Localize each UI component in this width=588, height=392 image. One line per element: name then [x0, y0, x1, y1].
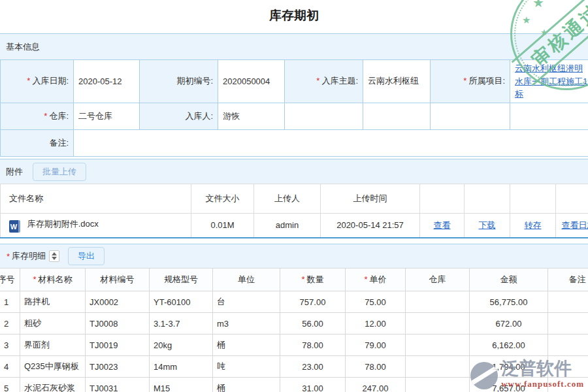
- cell-warehouse: [406, 378, 470, 392]
- cell-warehouse: [406, 356, 470, 378]
- cell-unit: 吨: [213, 356, 280, 378]
- file-name: 库存期初附件.docx: [27, 219, 99, 229]
- sort-up-icon: [52, 252, 57, 255]
- detail-section-header: * 库存明细 导出: [0, 244, 588, 268]
- vendor-watermark: 泛普软件 www.fanpusoft.com: [470, 359, 584, 389]
- field-value-inbound-person: 游恢: [218, 103, 285, 129]
- col-header-spec-model: 规格型号: [150, 269, 213, 291]
- form-row: *入库日期: 2020-05-12 期初编号: 2020050004 *入库主题…: [1, 60, 588, 103]
- basic-info-form: *入库日期: 2020-05-12 期初编号: 2020050004 *入库主题…: [0, 59, 588, 157]
- cell-unit: 台: [213, 291, 280, 313]
- sort-toggle-icon[interactable]: [49, 250, 59, 262]
- watermark-url: www.fanpusoft.com: [501, 379, 584, 389]
- transfer-link[interactable]: 转存: [525, 220, 542, 230]
- cell-index: 4: [0, 356, 20, 378]
- cell-remark: [548, 291, 588, 313]
- cell-material-name: 粗砂: [20, 313, 86, 335]
- form-row: *仓库: 二号仓库 入库人: 游恢: [1, 103, 588, 129]
- export-button[interactable]: 导出: [68, 247, 105, 265]
- attachment-section-title: 附件: [6, 166, 23, 178]
- view-link[interactable]: 查看: [434, 220, 451, 230]
- file-uploader: admin: [254, 214, 321, 238]
- cell-quantity: 757.00: [280, 291, 346, 313]
- col-header-unit: 单位: [213, 269, 280, 291]
- cell-quantity: 78.00: [280, 335, 346, 356]
- cell-remark: [548, 335, 588, 356]
- file-name-cell: W 库存期初附件.docx: [1, 214, 191, 238]
- cell-amount: 6,162.00: [470, 335, 548, 356]
- col-header-upload-time: 上传时间: [321, 184, 420, 214]
- cell-unit-price: 78.00: [346, 356, 406, 378]
- required-mark: *: [33, 274, 36, 284]
- project-link[interactable]: 云南水利枢纽潜明水库一期工程施工1标: [515, 63, 587, 99]
- file-upload-time: 2020-05-14 21:57: [321, 214, 420, 238]
- required-mark: *: [316, 76, 319, 86]
- cell-unit: 桶: [213, 378, 280, 392]
- cell-material-code: TJ0023: [86, 356, 150, 378]
- cell-index: 5: [0, 378, 20, 392]
- col-header-quantity: *数量: [280, 269, 346, 291]
- batch-upload-button[interactable]: 批量上传: [33, 163, 86, 181]
- col-header-unit-price: *单价: [346, 269, 406, 291]
- col-header-empty: [556, 184, 588, 214]
- fanpu-logo-icon: [470, 362, 498, 389]
- field-label-inbound-subject: *入库主题:: [285, 60, 363, 103]
- cell-material-name: 水泥石灰砂浆: [20, 378, 86, 392]
- empty-cell: [285, 103, 363, 129]
- cell-material-code: TJ0008: [86, 313, 150, 335]
- cell-unit: 桶: [213, 335, 280, 356]
- word-file-icon: W: [9, 220, 20, 233]
- cell-material-code: JX0002: [86, 291, 150, 313]
- col-header-empty: [510, 184, 556, 214]
- required-mark: *: [463, 76, 466, 86]
- col-header-warehouse: 仓库: [406, 269, 470, 291]
- basic-info-section-title: 基本信息: [6, 41, 40, 53]
- field-label-warehouse: *仓库:: [1, 103, 74, 129]
- col-header-index: 序号: [0, 269, 20, 291]
- detail-section-title: 库存明细: [12, 250, 46, 262]
- required-mark: *: [27, 76, 30, 86]
- field-value-project: 云南水利枢纽潜明水库一期工程施工1标: [510, 60, 588, 103]
- table-row: 1 路拌机 JX0002 YT-60100 台 757.00 75.00 56,…: [0, 291, 588, 313]
- cell-unit-price: 79.00: [346, 335, 406, 356]
- col-header-file-size: 文件大小: [191, 184, 254, 214]
- cell-remark: [548, 313, 588, 335]
- cell-spec-model: 20kg: [150, 335, 213, 356]
- attachment-table: 文件名称 文件大小 上传人 上传时间 W 库存期初附件.docx 0.01M a…: [0, 184, 588, 238]
- empty-cell: [363, 103, 431, 129]
- download-link[interactable]: 下载: [479, 220, 496, 230]
- cell-index: 2: [0, 313, 20, 335]
- cell-material-code: TJ0019: [86, 335, 150, 356]
- detail-table-header: 序号 *材料名称 材料编号 规格型号 单位 *数量 *单价 仓库 金额 备注: [0, 269, 588, 291]
- col-header-material-name: *材料名称: [20, 269, 86, 291]
- cell-index: 1: [0, 291, 20, 313]
- cell-warehouse: [406, 291, 470, 313]
- col-header-amount: 金额: [470, 269, 548, 291]
- field-label-opening-code: 期初编号:: [140, 60, 218, 103]
- form-row: 备注:: [1, 129, 588, 156]
- field-value-inbound-subject: 云南水利枢纽: [363, 60, 431, 103]
- required-mark: *: [7, 252, 10, 261]
- col-header-remark: 备注: [548, 269, 588, 291]
- col-header-empty: [420, 184, 465, 214]
- cell-unit-price: 247.00: [346, 378, 406, 392]
- view-log-link[interactable]: 查看日志: [562, 220, 588, 230]
- col-header-file-name: 文件名称: [1, 184, 191, 214]
- field-value-warehouse: 二号仓库: [74, 103, 140, 129]
- field-label-inbound-person: 入库人:: [140, 103, 218, 129]
- cell-unit-price: 75.00: [346, 291, 406, 313]
- field-value-inbound-date: 2020-05-12: [74, 60, 140, 103]
- file-size: 0.01M: [191, 214, 254, 238]
- cell-warehouse: [406, 313, 470, 335]
- empty-cell: [431, 103, 510, 129]
- cell-quantity: 23.00: [280, 356, 346, 378]
- field-value-remark: [74, 129, 588, 156]
- attachment-row: W 库存期初附件.docx 0.01M admin 2020-05-14 21:…: [1, 214, 588, 238]
- field-label-remark: 备注:: [1, 129, 74, 156]
- sort-down-icon: [52, 257, 57, 260]
- cell-quantity: 56.00: [280, 313, 346, 335]
- required-mark: *: [301, 274, 304, 284]
- field-label-project: *所属项目:: [431, 60, 510, 103]
- cell-unit-price: 12.00: [346, 313, 406, 335]
- cell-spec-model: M15: [150, 378, 213, 392]
